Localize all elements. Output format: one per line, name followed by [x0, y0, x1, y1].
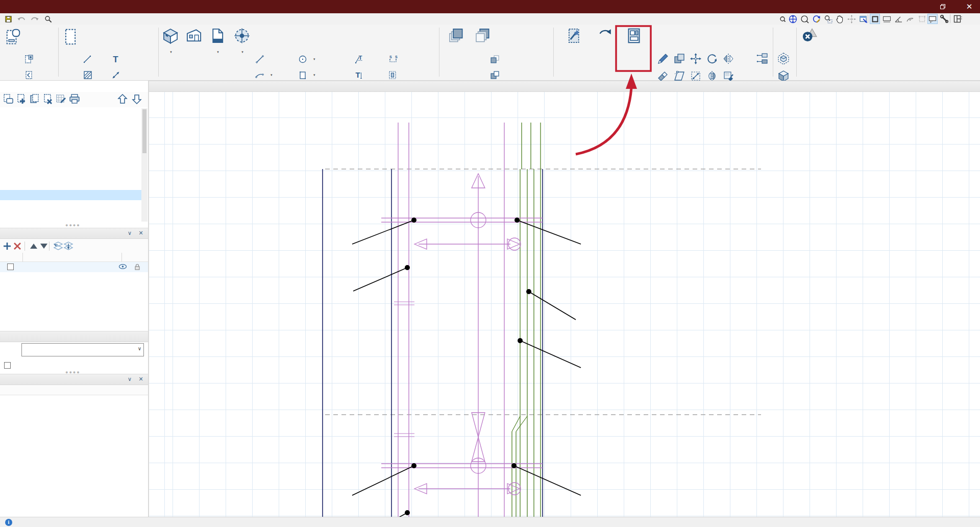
thickness-checkbox[interactable]	[4, 362, 11, 369]
sheet-list-item[interactable]	[0, 210, 141, 221]
search-button[interactable]	[43, 14, 53, 24]
redraw-button[interactable]	[811, 14, 821, 24]
zoom-all-button[interactable]	[788, 14, 798, 24]
sheet-list-item[interactable]	[0, 108, 141, 118]
edit-copy-button[interactable]	[673, 52, 686, 65]
move-backwards-button[interactable]	[490, 69, 502, 81]
draw-section-button[interactable]: SS	[388, 53, 401, 65]
move-sheet-down-button[interactable]	[131, 93, 143, 105]
view-3d-wire-button[interactable]	[777, 52, 790, 65]
undo-button[interactable]	[16, 14, 27, 24]
text-style-button[interactable]: T	[111, 53, 122, 65]
zoom-window-button[interactable]	[823, 14, 833, 24]
predefined-drawings-button[interactable]	[619, 27, 649, 74]
user-symbols-button[interactable]: ▾	[229, 27, 255, 74]
fill-style-button[interactable]	[83, 69, 95, 81]
3d-scene-button[interactable]: ▾	[159, 27, 182, 74]
create-template-button[interactable]	[24, 53, 36, 65]
panel-layout-button[interactable]	[952, 14, 963, 24]
sheet-list-item[interactable]	[0, 170, 141, 180]
sheets-style-button[interactable]	[59, 27, 82, 74]
thickness-checkbox-row[interactable]	[4, 361, 15, 370]
edit-sheet-button[interactable]	[55, 93, 67, 105]
close-window-button[interactable]: ✕	[962, 1, 977, 12]
splitter-dots[interactable]: ●●●●	[65, 223, 81, 228]
send-to-back-button[interactable]	[471, 27, 495, 74]
zoom-previous-button[interactable]	[776, 14, 786, 24]
redo-button[interactable]	[30, 14, 40, 24]
info-icon: i	[5, 519, 12, 526]
dimension-style-button[interactable]	[111, 69, 123, 81]
delete-sheet-button[interactable]	[42, 93, 54, 105]
draw-tag-button[interactable]: T	[354, 53, 366, 65]
layer-down-button[interactable]	[38, 240, 50, 252]
draw-rectangles-button[interactable]: ▾	[298, 69, 315, 81]
close-panel-icon[interactable]: ✕	[137, 376, 145, 384]
toggle-angle-button[interactable]	[893, 14, 903, 24]
insert-files-button[interactable]: ▾	[206, 27, 229, 74]
sheet-list-item[interactable]	[0, 118, 141, 129]
delete-layer-button[interactable]	[11, 240, 23, 252]
draw-ellipses-button[interactable]: ▾	[298, 53, 315, 65]
draw-ellipses-icon	[298, 55, 307, 64]
selection-box-button[interactable]	[917, 14, 927, 24]
view-panel-header	[0, 331, 148, 342]
collapse-panel-icon[interactable]: ∨	[126, 376, 134, 384]
pan-hand-button[interactable]	[835, 14, 845, 24]
issues-button[interactable]	[798, 27, 821, 74]
sheet-list-item[interactable]	[0, 139, 141, 149]
save-button[interactable]	[3, 14, 13, 24]
toggle-frames-button[interactable]	[870, 14, 880, 24]
draw-text-button[interactable]: T	[354, 69, 366, 81]
toggle-scale-button[interactable]	[881, 14, 892, 24]
dimension-style-icon	[111, 70, 120, 80]
sheet-list-item[interactable]	[0, 159, 141, 170]
move-view-button[interactable]	[846, 14, 856, 24]
draw-arc-button[interactable]: ▾	[255, 69, 273, 81]
draw-line-button[interactable]	[255, 53, 267, 65]
view-window-button[interactable]	[858, 14, 868, 24]
add-sheet-button[interactable]	[15, 93, 28, 105]
layer-lock-icon[interactable]	[134, 263, 141, 272]
zoom-x2-button[interactable]	[799, 14, 810, 24]
new-sheet-group-button[interactable]	[2, 93, 14, 105]
sheets-toolbar	[0, 92, 148, 107]
close-panel-icon[interactable]: ✕	[137, 230, 145, 238]
edit-pencil-button[interactable]	[656, 52, 670, 65]
merge-layers-down-button[interactable]	[62, 240, 75, 252]
sheet-list-item-selected[interactable]	[0, 190, 141, 200]
restore-window-button[interactable]	[935, 1, 950, 12]
sheet-list-item[interactable]	[0, 149, 141, 159]
line-style-button[interactable]	[83, 53, 94, 65]
draw-link-button[interactable]	[388, 69, 400, 81]
2d-drawings-button[interactable]	[182, 27, 206, 74]
insert-template-button[interactable]	[24, 69, 36, 81]
edit-move-button[interactable]	[689, 52, 702, 65]
categories-columns-header	[0, 385, 148, 395]
move-forward-button[interactable]	[490, 53, 502, 65]
library-button[interactable]	[1, 27, 26, 74]
toggle-arc-button[interactable]	[905, 14, 915, 24]
tooltips-button[interactable]	[927, 14, 938, 24]
print-sheet-button[interactable]	[68, 93, 81, 105]
edit-arrange-button[interactable]	[755, 52, 769, 65]
edit-rotate-button[interactable]	[705, 52, 719, 65]
work-area-canvas[interactable]	[149, 92, 980, 517]
duplicate-sheet-button[interactable]	[29, 93, 41, 105]
sheet-composition-button[interactable]	[557, 27, 591, 74]
edit-mirror-button[interactable]	[722, 52, 735, 65]
colour-select[interactable]: ∨	[21, 343, 144, 356]
move-sheet-up-button[interactable]	[116, 93, 129, 105]
tools-button[interactable]	[939, 14, 949, 24]
collapse-panel-icon[interactable]: ∨	[126, 230, 134, 238]
sheet-list-item[interactable]	[0, 200, 141, 210]
layer-visibility-icon[interactable]	[118, 263, 127, 272]
bring-to-front-button[interactable]	[443, 27, 470, 74]
layers-toolbar	[0, 239, 148, 253]
sheet-list-item[interactable]	[0, 180, 141, 190]
replace-texts-button[interactable]	[591, 27, 618, 74]
sheet-list-item[interactable]	[0, 129, 141, 139]
layer-row[interactable]	[0, 262, 148, 272]
sheets-scrollbar[interactable]	[141, 108, 148, 222]
layer-active-checkbox[interactable]	[7, 264, 14, 270]
